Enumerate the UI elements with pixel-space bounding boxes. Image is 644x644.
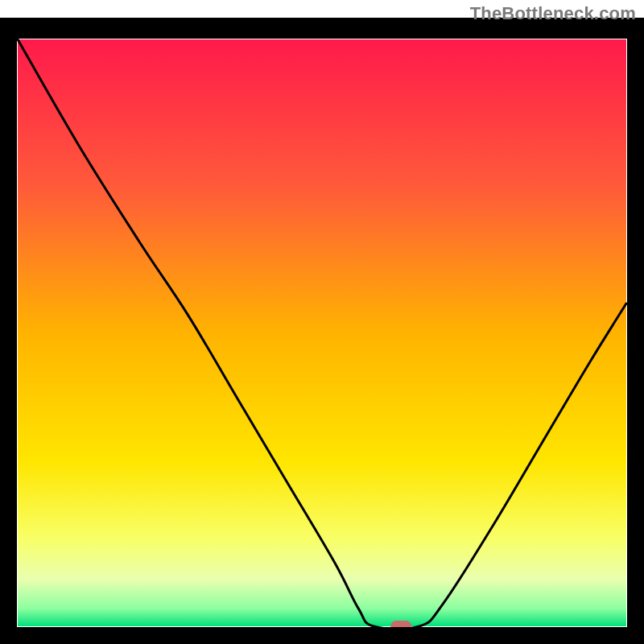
attribution-text: TheBottleneck.com <box>470 3 636 24</box>
bottleneck-chart <box>0 0 644 644</box>
plot-area <box>6 28 638 638</box>
chart-container: TheBottleneck.com <box>0 0 644 644</box>
gradient-background <box>18 39 626 626</box>
